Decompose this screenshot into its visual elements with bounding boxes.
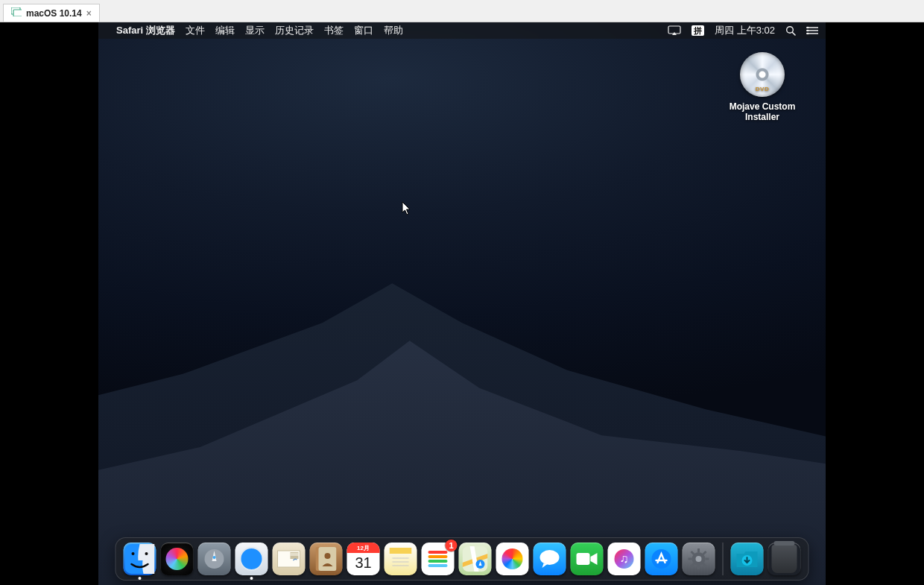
svg-line-38 [703, 563, 706, 566]
svg-point-16 [241, 548, 263, 570]
gear-icon [688, 548, 710, 570]
menubar-clock[interactable]: 周四 上午3:02 [715, 24, 775, 37]
input-method-indicator[interactable]: 拼 [692, 25, 704, 36]
vm-monitor-icon [11, 7, 22, 19]
dock-separator [723, 543, 724, 575]
svg-line-4 [792, 32, 795, 35]
notification-center-icon[interactable] [806, 26, 818, 35]
running-indicator-dot [139, 577, 142, 580]
photos-icon [502, 548, 523, 569]
dock-app-safari[interactable] [235, 543, 268, 575]
notes-icon [390, 548, 412, 570]
downloads-folder-icon [735, 549, 759, 569]
dock-app-appstore[interactable] [645, 543, 678, 575]
dock-app-launchpad[interactable] [198, 543, 231, 575]
dock-app-reminders[interactable]: 1 [422, 543, 455, 575]
facetime-icon [576, 551, 598, 567]
svg-point-21 [325, 553, 331, 559]
trash-icon [772, 545, 797, 573]
reminders-badge: 1 [446, 540, 458, 551]
svg-point-10 [807, 33, 809, 35]
svg-point-8 [807, 27, 809, 29]
dock-app-itunes[interactable]: ♫ [608, 543, 641, 575]
dock-app-maps[interactable] [459, 543, 492, 575]
dock-app-photos[interactable] [496, 543, 529, 575]
itunes-icon: ♫ [615, 549, 634, 569]
svg-point-12 [132, 552, 135, 555]
dock: 12月 31 1 [116, 537, 809, 581]
vm-host-tabbar: macOS 10.14 × [0, 0, 924, 22]
dock-app-mail[interactable] [273, 543, 306, 575]
menu-bookmarks[interactable]: 书签 [324, 24, 344, 37]
siri-icon [166, 548, 189, 570]
airplay-icon[interactable] [668, 25, 681, 36]
svg-rect-1 [13, 10, 22, 16]
messages-icon [539, 548, 561, 569]
dock-app-siri[interactable] [161, 543, 194, 575]
appstore-icon [651, 548, 672, 569]
calendar-day-label: 31 [355, 554, 371, 572]
launchpad-icon [203, 548, 226, 570]
svg-point-32 [696, 556, 702, 562]
menu-history[interactable]: 历史记录 [275, 24, 314, 37]
vm-tab-macos[interactable]: macOS 10.14 × [3, 4, 100, 22]
menu-edit[interactable]: 编辑 [215, 24, 235, 37]
running-indicator-dot [250, 577, 253, 580]
spotlight-icon[interactable] [785, 25, 796, 36]
dock-downloads-stack[interactable] [731, 543, 764, 575]
svg-line-37 [692, 551, 694, 554]
svg-point-15 [213, 556, 216, 559]
dock-app-facetime[interactable] [571, 543, 604, 575]
maps-icon [463, 546, 488, 572]
menu-view[interactable]: 显示 [245, 24, 265, 37]
guest-screen[interactable]: Safari 浏览器 文件 编辑 显示 历史记录 书签 窗口 帮助 拼 周四 上… [98, 22, 826, 585]
safari-icon [239, 546, 265, 572]
menubar: Safari 浏览器 文件 编辑 显示 历史记录 书签 窗口 帮助 拼 周四 上… [98, 22, 826, 39]
vm-tab-label: macOS 10.14 [26, 8, 82, 19]
desktop-icon-label-line1: Mojave Custom [721, 101, 803, 112]
menu-help[interactable]: 帮助 [384, 24, 403, 37]
desktop-icon-label-line2: Installer [721, 112, 803, 122]
dock-app-system-preferences[interactable] [683, 543, 715, 575]
dvd-disc-icon [740, 52, 785, 97]
vm-stage: Safari 浏览器 文件 编辑 显示 历史记录 书签 窗口 帮助 拼 周四 上… [0, 22, 924, 585]
desktop-wallpaper [98, 22, 826, 585]
dock-app-contacts[interactable] [310, 543, 343, 575]
svg-rect-29 [577, 553, 590, 565]
dock-app-finder[interactable] [124, 543, 156, 575]
contacts-icon [316, 547, 337, 571]
menu-file[interactable]: 文件 [186, 24, 205, 37]
desktop-icon-mojave-installer[interactable]: Mojave Custom Installer [721, 52, 803, 122]
reminders-icon [428, 551, 448, 567]
dock-trash[interactable] [768, 543, 801, 575]
svg-line-39 [703, 551, 706, 554]
finder-icon [125, 544, 155, 574]
menubar-app-name[interactable]: Safari 浏览器 [116, 24, 175, 37]
menu-window[interactable]: 窗口 [354, 24, 373, 37]
dock-app-messages[interactable] [534, 543, 566, 575]
svg-point-28 [540, 550, 560, 565]
mail-stamp-icon [277, 550, 301, 568]
svg-point-9 [807, 30, 809, 32]
svg-line-40 [692, 563, 694, 566]
dock-app-calendar[interactable]: 12月 31 [347, 543, 380, 575]
calendar-month-label: 12月 [347, 543, 380, 553]
svg-point-13 [145, 552, 148, 555]
svg-rect-22 [390, 548, 412, 554]
dock-app-notes[interactable] [385, 543, 417, 575]
close-icon[interactable]: × [86, 8, 92, 19]
